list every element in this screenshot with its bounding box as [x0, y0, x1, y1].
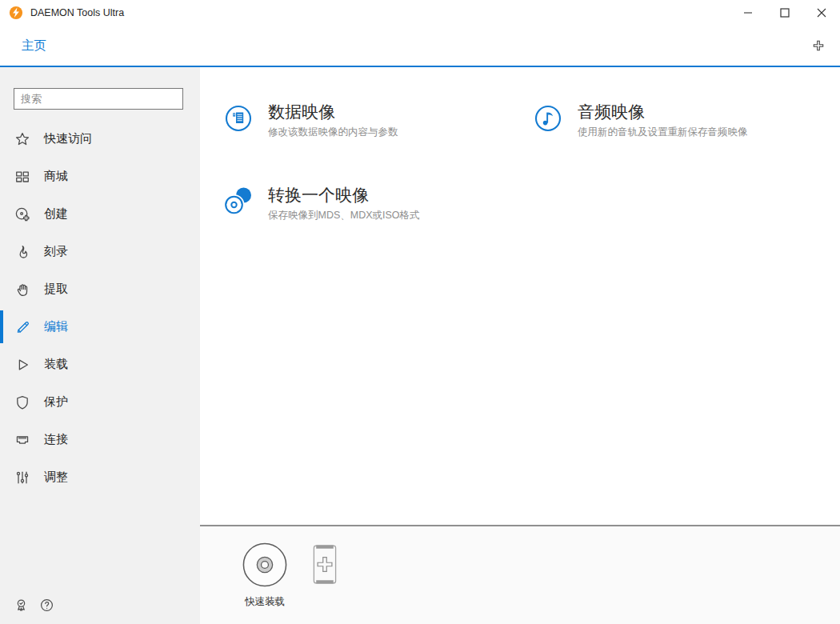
help-button[interactable]	[38, 598, 54, 614]
sidebar-item-connect[interactable]: 连接	[0, 421, 200, 458]
action-subtitle: 保存映像到MDS、MDX或ISO格式	[268, 209, 420, 222]
plus-slot-icon	[313, 574, 337, 588]
bottom-panel: 快速装载	[200, 525, 840, 624]
minimize-button[interactable]	[730, 0, 766, 26]
audio-image-icon	[532, 102, 564, 134]
disc-plus-icon	[14, 206, 30, 222]
new-tab-icon[interactable]	[813, 40, 824, 51]
award-icon	[14, 598, 29, 616]
sidebar-item-label: 编辑	[44, 319, 68, 334]
star-icon	[14, 130, 30, 147]
sidebar-item-grab[interactable]: 提取	[0, 270, 200, 308]
sidebar-item-label: 创建	[44, 206, 68, 222]
sidebar: 快速访问商城创建刻录提取编辑装载保护连接调整	[0, 67, 200, 624]
sidebar-item-store[interactable]: 商城	[0, 158, 200, 195]
data-image-icon	[222, 102, 254, 134]
sidebar-item-label: 商城	[44, 169, 68, 184]
sidebar-item-label: 提取	[44, 282, 68, 297]
flame-icon	[14, 243, 30, 260]
sidebar-item-quick-access[interactable]: 快速访问	[0, 120, 200, 158]
sidebar-item-adjust[interactable]: 调整	[0, 458, 200, 496]
help-icon	[39, 598, 54, 616]
sidebar-item-label: 调整	[44, 470, 68, 485]
action-title: 数据映像	[268, 102, 398, 122]
app-logo-icon	[9, 6, 23, 20]
ethernet-icon	[14, 431, 30, 448]
titlebar: DAEMON Tools Ultra	[0, 0, 840, 26]
sidebar-item-label: 快速访问	[44, 131, 92, 146]
search-input[interactable]	[14, 88, 183, 110]
action-data-image[interactable]: 数据映像修改该数据映像的内容与参数	[222, 102, 532, 147]
sidebar-item-label: 保护	[44, 394, 68, 410]
sidebar-item-label: 刻录	[44, 244, 68, 259]
close-button[interactable]	[803, 0, 840, 26]
edit-actions: 数据映像修改该数据映像的内容与参数音频映像使用新的音轨及设置重新保存音频映像转换…	[200, 67, 840, 230]
sidebar-footer	[13, 598, 54, 614]
sliders-icon	[14, 469, 30, 486]
sidebar-item-protect[interactable]: 保护	[0, 383, 200, 421]
sidebar-item-burn[interactable]: 刻录	[0, 233, 200, 270]
app-window: DAEMON Tools Ultra 主页 快速访问商城创建刻录提取编辑装载保护	[0, 0, 840, 624]
add-image-button[interactable]	[313, 543, 337, 586]
maximize-button[interactable]	[766, 0, 803, 26]
content: 快速访问商城创建刻录提取编辑装载保护连接调整 数据映像修改该数据映像的内容与参数…	[0, 67, 840, 624]
license-button[interactable]	[13, 598, 29, 614]
action-audio-image[interactable]: 音频映像使用新的音轨及设置重新保存音频映像	[532, 102, 840, 147]
grid-icon	[14, 168, 30, 185]
action-subtitle: 修改该数据映像的内容与参数	[268, 126, 398, 139]
hand-icon	[14, 281, 30, 298]
sidebar-item-label: 连接	[44, 432, 68, 447]
sidebar-item-edit[interactable]: 编辑	[0, 308, 200, 346]
sidebar-menu: 快速访问商城创建刻录提取编辑装载保护连接调整	[0, 120, 200, 496]
shield-icon	[14, 394, 30, 410]
play-icon	[14, 356, 30, 373]
sidebar-item-label: 装载	[44, 357, 68, 372]
main-area: 数据映像修改该数据映像的内容与参数音频映像使用新的音轨及设置重新保存音频映像转换…	[200, 67, 840, 624]
sidebar-item-mount[interactable]: 装载	[0, 346, 200, 383]
disc-icon	[242, 577, 288, 590]
action-subtitle: 使用新的音轨及设置重新保存音频映像	[578, 126, 748, 139]
window-controls	[730, 0, 840, 26]
window-title: DAEMON Tools Ultra	[30, 7, 124, 18]
convert-image-icon	[222, 186, 254, 218]
pencil-icon	[14, 318, 30, 335]
action-title: 转换一个映像	[268, 186, 420, 205]
tab-home[interactable]: 主页	[22, 38, 46, 54]
sidebar-item-create[interactable]: 创建	[0, 195, 200, 233]
tab-bar: 主页	[0, 26, 840, 66]
quick-mount-label: 快速装载	[242, 595, 288, 609]
action-convert-image[interactable]: 转换一个映像保存映像到MDS、MDX或ISO格式	[222, 186, 532, 230]
quick-mount-button[interactable]: 快速装载	[242, 542, 288, 609]
action-title: 音频映像	[578, 102, 748, 122]
